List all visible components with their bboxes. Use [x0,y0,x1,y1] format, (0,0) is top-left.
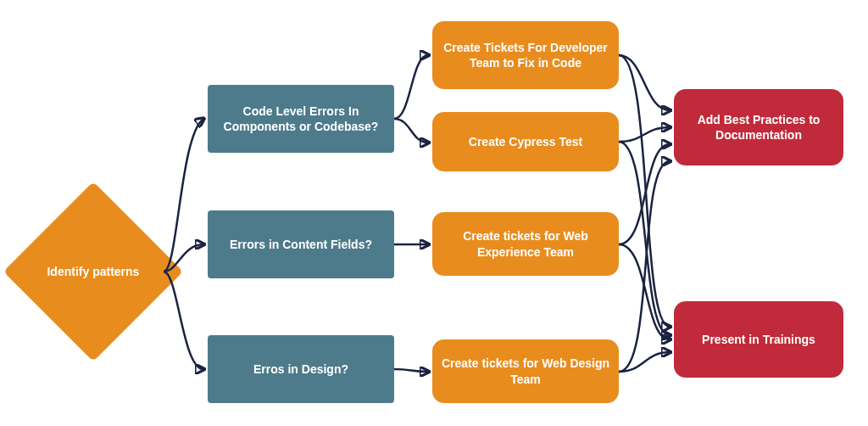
action-dev-tickets: Create Tickets For Developer Team to Fix… [432,21,619,89]
output-docs: Add Best Practices to Documentation [674,89,843,165]
output-trainings: Present in Trainings [674,301,843,378]
category-content-errors: Errors in Content Fields? [208,210,394,278]
action-design-tickets: Create tickets for Web Design Team [432,339,619,403]
action-webx-tickets: Create tickets for Web Experience Team [432,212,619,276]
start-node: Identify patterns [3,182,183,362]
category-design-errors: Erros in Design? [208,335,394,403]
action-cypress: Create Cypress Test [432,112,619,171]
start-label: Identify patterns [38,264,148,279]
category-code-errors: Code Level Errors In Components or Codeb… [208,85,394,153]
